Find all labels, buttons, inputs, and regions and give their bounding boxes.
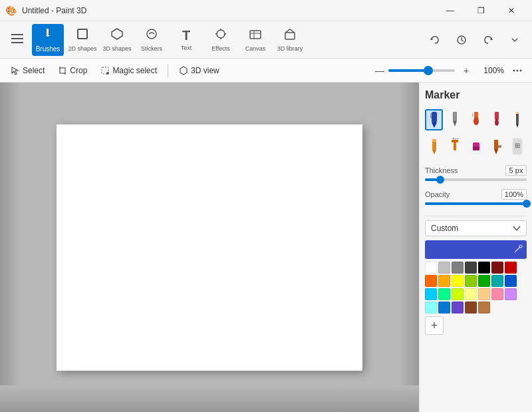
custom-dropdown[interactable]: Custom (425, 220, 527, 236)
spray-brush-button[interactable] (446, 136, 464, 157)
color-swatch-lime[interactable] (465, 275, 477, 287)
redo-button[interactable] (476, 29, 500, 51)
add-color-button[interactable]: + (425, 316, 444, 335)
opacity-section: Opacity 100% (425, 189, 527, 205)
oil-brush-button[interactable] (467, 109, 485, 130)
crop-label: Crop (70, 66, 87, 75)
color-swatch-lightcyan[interactable] (425, 302, 437, 313)
ribbon-menu-button[interactable] (5, 24, 29, 56)
color-swatch-white[interactable] (425, 262, 437, 274)
undo-button[interactable] (423, 29, 447, 51)
ribbon-stickers-tab[interactable]: Stickers (136, 24, 168, 56)
select-button[interactable]: Select (5, 63, 50, 78)
ribbon-3dlibrary-tab[interactable]: 3D library (274, 24, 306, 56)
maximize-button[interactable]: ❐ (466, 0, 496, 21)
svg-point-7 (217, 30, 225, 38)
select-label: Select (23, 66, 45, 75)
color-swatch-cornflower[interactable] (438, 302, 450, 313)
color-swatch-darkgray[interactable] (465, 262, 477, 274)
svg-point-26 (513, 69, 515, 71)
pencil-icon (511, 110, 523, 129)
canvas-area[interactable] (0, 83, 419, 412)
opacity-slider-fill (425, 202, 527, 205)
ribbon-brushes-tab[interactable]: Brushes (32, 24, 64, 56)
ribbon: Brushes 2D shapes 3D shapes Stickers (0, 21, 532, 59)
zoom-slider[interactable] (388, 69, 455, 72)
opacity-label-row: Opacity 100% (425, 189, 527, 200)
brushes-icon (41, 27, 55, 44)
color-swatch-yellowgreen[interactable] (452, 288, 464, 300)
eraser-brush-button[interactable] (467, 136, 485, 157)
ribbon-effects-tab[interactable]: Effects (205, 24, 237, 56)
watercolor-brush-button[interactable] (487, 109, 505, 130)
pencil-brush-button[interactable] (509, 109, 527, 130)
minimize-button[interactable]: — (435, 0, 466, 21)
ribbon-canvas-tab[interactable]: Canvas (239, 24, 271, 56)
custom-brush-button[interactable]: ⊞ (509, 136, 527, 157)
svg-marker-54 (494, 149, 498, 154)
opacity-label: Opacity (425, 190, 450, 198)
color-swatch-red[interactable] (505, 262, 517, 274)
color-swatch-lavender[interactable] (505, 288, 517, 300)
color-swatch-black[interactable] (478, 262, 490, 274)
chevron-down-button[interactable] (503, 29, 527, 51)
color-swatch-mint[interactable] (438, 288, 450, 300)
3dview-button[interactable]: 3D view (174, 63, 225, 78)
history-button[interactable] (450, 29, 473, 51)
zoom-plus-button[interactable]: + (459, 63, 473, 78)
color-swatch-peach[interactable] (478, 288, 490, 300)
color-swatch-orange[interactable] (425, 275, 437, 287)
color-swatch-blue[interactable] (505, 275, 517, 287)
fill-brush-button[interactable] (487, 136, 505, 157)
crop-icon (58, 66, 67, 75)
color-row-2 (425, 275, 527, 287)
marker-brush-button[interactable] (425, 109, 443, 130)
ribbon-canvas-label: Canvas (245, 45, 266, 52)
canvas-icon (249, 27, 262, 44)
color-swatch-yellow[interactable] (452, 275, 464, 287)
crayon-brush-button[interactable] (425, 136, 443, 157)
ribbon-3dshapes-tab[interactable]: 3D shapes (101, 24, 133, 56)
thickness-label-row: Thickness 5 px (425, 165, 527, 176)
thickness-section: Thickness 5 px (425, 165, 527, 181)
color-swatch-cyan[interactable] (425, 288, 437, 300)
more-options-button[interactable] (508, 61, 527, 80)
custom-dropdown-label: Custom (431, 224, 458, 233)
svg-rect-1 (11, 38, 23, 39)
color-swatch-tan[interactable] (478, 302, 490, 313)
svg-marker-44 (432, 150, 436, 154)
panel-title: Marker (425, 89, 527, 101)
drawing-canvas[interactable] (57, 124, 362, 371)
thickness-slider-thumb[interactable] (436, 176, 444, 184)
title-controls: — ❐ ✕ (435, 0, 527, 21)
zoom-label: 100% (477, 66, 504, 75)
color-swatch-brown[interactable] (465, 302, 477, 313)
color-swatch-darkred[interactable] (491, 262, 503, 274)
ribbon-2dshapes-tab[interactable]: 2D shapes (66, 24, 98, 56)
calligraphy-brush-button[interactable] (446, 109, 464, 130)
color-swatch-lightyellow[interactable] (465, 288, 477, 300)
color-swatch-purple[interactable] (452, 302, 464, 313)
magic-select-button[interactable]: Magic select (95, 63, 162, 78)
opacity-slider-thumb[interactable] (523, 200, 531, 208)
crop-button[interactable]: Crop (53, 63, 92, 78)
color-swatch-pink[interactable] (491, 288, 503, 300)
color-swatch-green[interactable] (478, 275, 490, 287)
svg-point-48 (453, 138, 455, 140)
color-swatch-gray[interactable] (452, 262, 464, 274)
brush-icons-row2: ⊞ (425, 136, 527, 157)
color-preview-button[interactable] (425, 240, 527, 259)
color-swatch-amber[interactable] (438, 275, 450, 287)
color-swatch-lightgray[interactable] (438, 262, 450, 274)
zoom-thumb[interactable] (424, 66, 433, 75)
thickness-slider-track[interactable] (425, 178, 527, 181)
color-swatch-teal[interactable] (491, 275, 503, 287)
svg-point-36 (473, 117, 479, 125)
close-button[interactable]: ✕ (496, 0, 527, 21)
ribbon-text-tab[interactable]: T Text (170, 24, 202, 56)
color-palette (425, 262, 527, 313)
svg-point-27 (517, 69, 519, 71)
right-panel: Marker (419, 83, 532, 412)
opacity-slider-track[interactable] (425, 202, 527, 205)
app-icon: 🎨 (5, 5, 17, 16)
